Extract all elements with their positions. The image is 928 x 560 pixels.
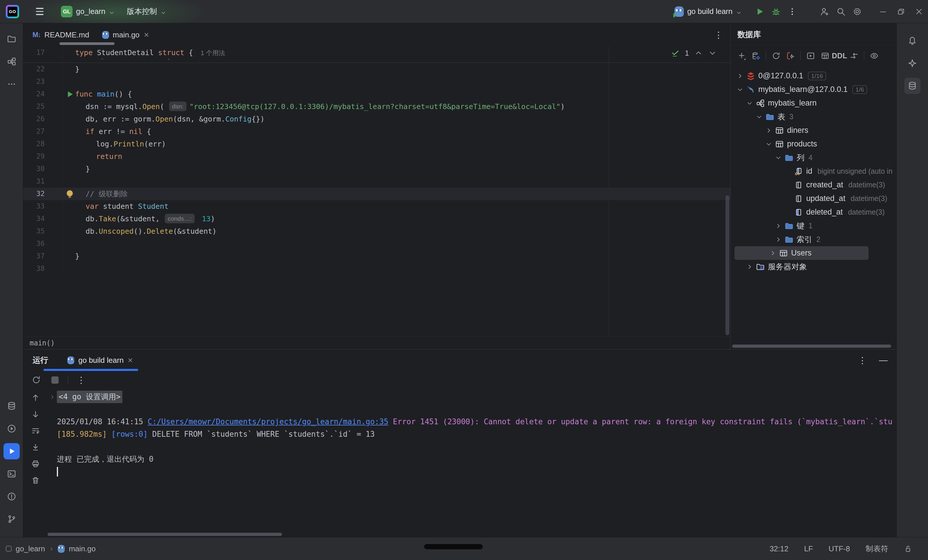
restore-button[interactable] <box>892 3 910 20</box>
chevron-down-icon[interactable] <box>764 140 774 148</box>
code-line[interactable]: 26db, err := gorm.Open(dsn, &gorm.Config… <box>23 113 730 125</box>
hide-panel-button[interactable]: — <box>877 354 890 367</box>
line-number[interactable]: 25 <box>23 100 63 113</box>
more-actions-button[interactable] <box>784 3 800 20</box>
next-problem-icon[interactable] <box>708 49 717 57</box>
run-more-button[interactable]: ⋮ <box>75 373 88 386</box>
tree-item-表[interactable]: 表3 <box>730 110 896 124</box>
encoding-widget[interactable]: UTF-8 <box>829 544 850 553</box>
services-button[interactable] <box>3 421 20 437</box>
line-number[interactable]: 32 <box>23 188 63 200</box>
code-line[interactable]: 35db.Unscoped().Delete(&student) <box>23 225 730 238</box>
parameter-hint[interactable]: conds…: <box>165 214 195 223</box>
notifications-button[interactable] <box>904 32 920 49</box>
arrow-down-button[interactable] <box>29 408 42 421</box>
code-line[interactable]: 25dsn := mysql.Open( dsn:"root:123456@tc… <box>23 100 730 113</box>
tree-item-索引[interactable]: 索引2 <box>730 233 896 246</box>
file-link[interactable]: C:/Users/meowr/Documents/projects/go_lea… <box>148 416 388 428</box>
sticky-header-line[interactable]: 17type StudentDetail struct {1 个用法}"| <box>23 46 730 63</box>
editor-options-button[interactable]: ⋮ <box>712 28 725 41</box>
new-item-button[interactable] <box>734 49 748 63</box>
search-everywhere-button[interactable] <box>833 3 849 20</box>
close-tab-icon[interactable]: × <box>144 30 149 40</box>
run-tab[interactable]: go build learn × <box>62 349 138 371</box>
line-number[interactable]: 24 <box>23 88 63 100</box>
line-number[interactable]: 35 <box>23 225 63 238</box>
vcs-widget[interactable]: 版本控制 <box>123 3 170 20</box>
query-console-button[interactable] <box>804 49 818 63</box>
main-menu-button[interactable] <box>30 3 53 20</box>
project-widget[interactable]: GL go_learn <box>57 3 119 20</box>
arrow-up-button[interactable] <box>29 391 42 404</box>
chevron-right-icon[interactable] <box>764 127 774 134</box>
intention-bulb-gutter[interactable] <box>66 188 79 200</box>
line-number[interactable]: 22 <box>23 63 63 75</box>
inspection-widget[interactable]: 1 <box>671 49 717 57</box>
database-button[interactable] <box>904 78 920 94</box>
ddl-button[interactable]: DDL <box>833 49 847 63</box>
code-line[interactable]: 29return <box>23 150 730 163</box>
line-number[interactable]: 31 <box>23 175 63 188</box>
run-button[interactable] <box>752 3 768 20</box>
line-number[interactable]: 17 <box>23 46 63 59</box>
close-button[interactable] <box>910 3 928 20</box>
line-separator-widget[interactable]: LF <box>804 544 813 553</box>
tree-item-deleted_at[interactable]: deleted_atdatetime(3) <box>730 205 896 219</box>
soft-wrap-button[interactable] <box>29 424 42 437</box>
readonly-toggle[interactable] <box>904 545 912 553</box>
tab-main.go[interactable]: main.go× <box>96 23 156 46</box>
line-number[interactable]: 23 <box>23 75 63 88</box>
version-control-button[interactable] <box>3 511 20 527</box>
run-configuration-selector[interactable]: go build learn <box>675 6 742 17</box>
breadcrumb[interactable]: main() <box>23 336 730 349</box>
minimize-button[interactable] <box>874 3 892 20</box>
tree-item-created_at[interactable]: created_atdatetime(3) <box>730 178 896 192</box>
preview-button[interactable] <box>867 49 881 63</box>
code-line[interactable]: 22} <box>23 63 730 75</box>
tree-item-mybatis_learn@127.0.0.1[interactable]: mybatis_learn@127.0.0.11/6 <box>730 82 896 96</box>
scroll-to-end-button[interactable] <box>29 441 42 453</box>
printer-button[interactable] <box>29 457 42 470</box>
parameter-hint[interactable]: dsn: <box>169 102 186 111</box>
console-scrollbar[interactable] <box>47 533 282 536</box>
code-line[interactable]: 28log.Println(err) <box>23 138 730 150</box>
project-button[interactable] <box>3 31 20 47</box>
line-number[interactable]: 30 <box>23 163 63 175</box>
sticky-code-line[interactable]: 17type StudentDetail struct {1 个用法 <box>23 46 730 59</box>
console-gutter[interactable] <box>47 391 57 403</box>
debug-button[interactable] <box>768 3 784 20</box>
run-button[interactable] <box>3 443 20 459</box>
chevron-right-icon[interactable] <box>768 250 778 257</box>
chevron-down-icon[interactable] <box>754 113 764 121</box>
stop-button[interactable] <box>48 373 61 386</box>
usage-hint[interactable]: 1 个用法 <box>200 49 225 56</box>
tree-item-id[interactable]: idbigint unsigned (auto in <box>730 165 896 178</box>
line-number[interactable]: 37 <box>23 250 63 262</box>
clear-button[interactable] <box>29 474 42 487</box>
refresh-button[interactable] <box>769 49 783 63</box>
chevron-down-icon[interactable] <box>735 86 745 93</box>
rerun-button[interactable] <box>30 373 43 386</box>
close-tab-icon[interactable]: × <box>128 355 133 365</box>
code-line[interactable]: 32// 级联删除 <box>23 188 730 200</box>
ai-assistant-button[interactable] <box>904 55 920 71</box>
data-source-properties-button[interactable] <box>749 49 763 63</box>
structure-button[interactable] <box>3 53 20 70</box>
chevron-right-icon[interactable] <box>773 236 783 243</box>
line-number[interactable]: 34 <box>23 212 63 225</box>
tree-item-列[interactable]: 列4 <box>730 151 896 165</box>
code-line[interactable]: 37} <box>23 250 730 262</box>
code-line[interactable]: 36 <box>23 238 730 250</box>
line-number[interactable]: 36 <box>23 238 63 250</box>
tree-item-Users[interactable]: Users <box>734 246 868 260</box>
code-line[interactable]: 23 <box>23 75 730 88</box>
code-editor[interactable]: 22}2324func main() {25dsn := mysql.Open(… <box>23 63 730 275</box>
chevron-down-icon[interactable] <box>745 100 754 107</box>
indent-widget[interactable]: 制表符 <box>865 544 888 554</box>
tree-item-diners[interactable]: diners <box>730 124 896 137</box>
jump-to-ddl-button[interactable] <box>847 49 861 63</box>
tree-item-updated_at[interactable]: updated_atdatetime(3) <box>730 192 896 205</box>
line-number[interactable]: 27 <box>23 125 63 138</box>
problems-button[interactable] <box>3 488 20 505</box>
tree-item-键[interactable]: 键1 <box>730 219 896 233</box>
